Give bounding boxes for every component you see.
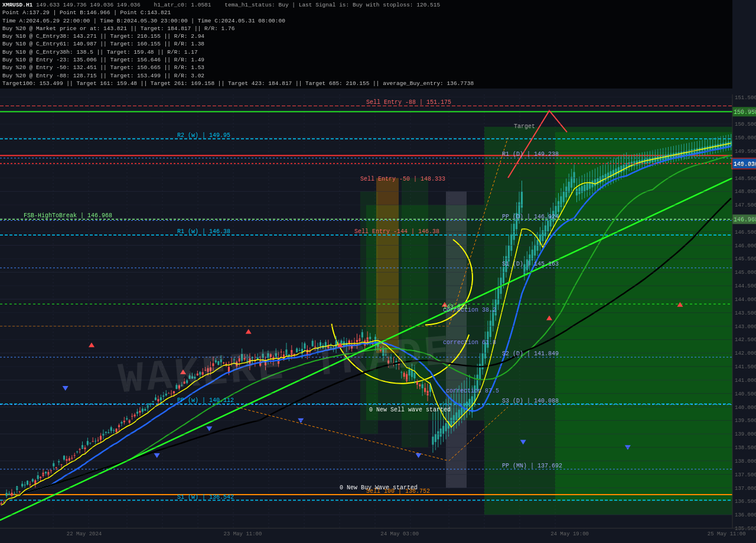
time-b: 2024.05.30 23:00:00 — [123, 18, 187, 24]
chart-container: WAKERE TRADE XMRUSD.H1 149.633 149.736 1… — [0, 0, 756, 543]
buy-orders-4: Buy %10 @ C_Entry38h: 138.5 || Target: 1… — [2, 48, 730, 56]
title-line: XMRUSD.H1 149.633 149.736 149.036 149.03… — [2, 1, 730, 9]
time-a: 2024.05.29 22:00:00 — [26, 18, 90, 24]
buy-orders-5: Buy %10 @ Entry -23: 135.006 || Target: … — [2, 56, 730, 64]
point-c: 143.821 — [147, 9, 171, 16]
targets-line: Target100: 153.499 || Target 161: 159.48… — [2, 80, 730, 87]
point-b: 146.966 — [87, 9, 110, 16]
time-c: 2024.05.31 08:00:00 — [221, 18, 285, 24]
buy-orders-1: Buy %20 @ Market price or at: 143.821 ||… — [2, 25, 730, 32]
buy-orders-2: Buy %10 @ C_Entry38: 143.271 || Target: … — [2, 32, 730, 40]
signal-value: tema_h1_status: Buy | Last Signal is: Bu… — [224, 2, 440, 8]
point-a: 137.29 — [30, 9, 50, 16]
points-line: Point A:137.29 | Point B:146.966 | Point… — [2, 9, 730, 17]
times-line: Time A:2024.05.29 22:00:00 | Time B:2024… — [2, 17, 730, 25]
chart-title: XMRUSD.H1 — [2, 2, 32, 8]
buy-orders-7: Buy %20 @ Entry -88: 128.715 || Target: … — [2, 72, 730, 80]
buy-orders-6: Buy %20 @ Entry -50: 132.451 || Target: … — [2, 64, 730, 71]
ohlc-values: 149.633 149.736 149.036 149.036 — [36, 2, 141, 8]
indicator-value: h1_atr_c0: 1.0581 — [154, 2, 211, 8]
buy-orders-3: Buy %10 @ C_Entry61: 140.987 || Target: … — [2, 40, 730, 48]
top-bar: XMRUSD.H1 149.633 149.736 149.036 149.03… — [0, 0, 732, 89]
